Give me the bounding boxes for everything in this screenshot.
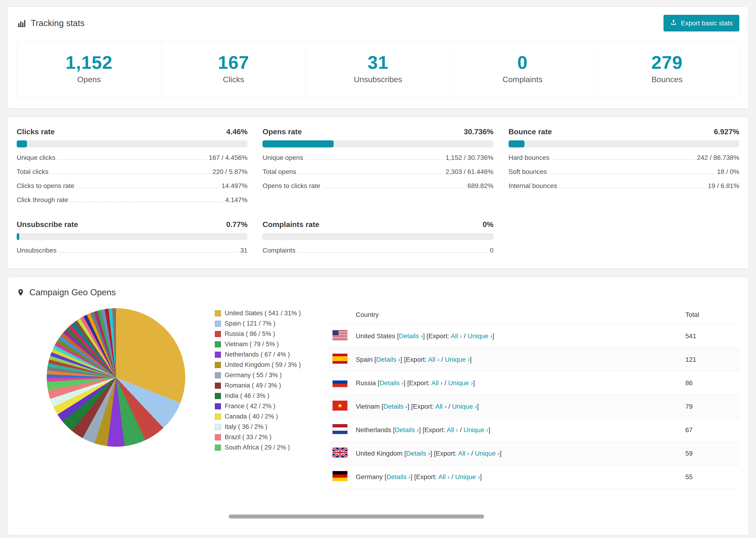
table-header-total: Total bbox=[685, 305, 739, 324]
details-link[interactable]: Details › bbox=[387, 473, 411, 480]
bracket: [ bbox=[382, 403, 383, 410]
detail-label: Hard bounces bbox=[509, 154, 549, 161]
country-name: United Kingdom bbox=[356, 450, 403, 457]
progress-track bbox=[262, 233, 493, 240]
country-total: 541 bbox=[685, 324, 739, 348]
country-name: Netherlands bbox=[356, 426, 391, 434]
details-link[interactable]: Details › bbox=[399, 332, 423, 340]
export-all-link[interactable]: All › bbox=[435, 403, 447, 410]
country-name: Germany bbox=[356, 473, 383, 480]
rate-block-opens: Opens rate 30.736% Unique opens1,152 / 3… bbox=[262, 128, 493, 204]
legend-swatch bbox=[215, 351, 221, 358]
legend-label: Russia ( 86 / 5% ) bbox=[225, 330, 275, 338]
export-all-link[interactable]: All › bbox=[451, 332, 462, 340]
stat-value: 0 bbox=[450, 53, 594, 72]
country-total: 67 bbox=[685, 418, 739, 442]
stat-label: Bounces bbox=[595, 75, 739, 84]
flag-united-kingdom-icon bbox=[332, 447, 348, 458]
legend-swatch bbox=[215, 434, 221, 440]
horizontal-scrollbar-thumb[interactable] bbox=[229, 514, 484, 518]
export-icon bbox=[670, 19, 677, 27]
detail-label: Soft bounces bbox=[509, 168, 547, 176]
rate-block-bounce: Bounce rate 6.927% Hard bounces242 / 86.… bbox=[509, 128, 739, 204]
export-all-link[interactable]: All › bbox=[431, 379, 443, 387]
slash: / bbox=[452, 473, 453, 480]
detail-row: Unique opens1,152 / 30.736% bbox=[262, 154, 493, 161]
country-total: 86 bbox=[685, 371, 739, 395]
legend-item: Romania ( 49 / 3% ) bbox=[215, 382, 301, 389]
bracket: ] bbox=[500, 450, 502, 457]
export-unique-link[interactable]: Unique › bbox=[445, 356, 470, 363]
dotted-leader bbox=[51, 174, 210, 174]
details-link[interactable]: Details › bbox=[376, 356, 400, 363]
rate-title: Unsubscribe rate bbox=[17, 220, 78, 229]
stat-label: Clicks bbox=[161, 75, 305, 84]
slash: / bbox=[464, 332, 466, 340]
bracket: ] bbox=[470, 356, 472, 363]
dotted-leader bbox=[59, 252, 238, 252]
export-all-link[interactable]: All › bbox=[438, 473, 450, 480]
bracket: [ bbox=[404, 450, 406, 457]
geo-pie-chart bbox=[47, 308, 185, 447]
detail-row: Total clicks220 / 5.87% bbox=[17, 168, 247, 176]
detail-row: Opens to clicks rate689.82% bbox=[262, 182, 493, 190]
legend-swatch bbox=[215, 372, 221, 378]
detail-value: 18 / 0% bbox=[717, 168, 739, 176]
legend-swatch bbox=[215, 413, 221, 420]
slash: / bbox=[449, 403, 450, 410]
stat-opens: 1,152 Opens bbox=[17, 41, 161, 98]
detail-label: Total clicks bbox=[17, 168, 48, 176]
legend-item: Canada ( 40 / 2% ) bbox=[215, 413, 301, 420]
progress-track bbox=[262, 140, 493, 147]
export-unique-link[interactable]: Unique › bbox=[463, 426, 488, 434]
legend-item: Italy ( 36 / 2% ) bbox=[215, 423, 301, 430]
flag-netherlands-icon bbox=[332, 424, 348, 434]
details-link[interactable]: Details › bbox=[383, 403, 407, 410]
bracket: ] bbox=[419, 426, 421, 434]
dotted-leader bbox=[298, 252, 487, 252]
export-label: [Export: bbox=[434, 450, 457, 457]
detail-row: Unsubscribes31 bbox=[17, 247, 247, 254]
rate-value: 4.46% bbox=[226, 128, 248, 136]
detail-value: 689.82% bbox=[467, 182, 494, 190]
export-unique-link[interactable]: Unique › bbox=[475, 450, 500, 457]
export-unique-link[interactable]: Unique › bbox=[455, 473, 480, 480]
export-all-link[interactable]: All › bbox=[428, 356, 439, 363]
slash: / bbox=[460, 426, 462, 434]
legend-swatch bbox=[215, 341, 221, 348]
legend-swatch bbox=[215, 383, 221, 389]
export-basic-stats-button[interactable]: Export basic stats bbox=[664, 15, 739, 31]
detail-label: Internal bounces bbox=[509, 182, 557, 190]
detail-value: 14.497% bbox=[222, 182, 248, 190]
export-label: [Export: bbox=[423, 426, 445, 434]
table-row-united-states: United States [Details ›] [Export: All ›… bbox=[328, 324, 739, 348]
campaign-geo-opens-card: Campaign Geo Opens United States ( 541 /… bbox=[8, 277, 748, 535]
details-link[interactable]: Details › bbox=[395, 426, 419, 434]
geo-pie-wrap bbox=[47, 308, 185, 447]
rates-card: Clicks rate 4.46% Unique clicks167 / 4.4… bbox=[8, 117, 748, 269]
detail-label: Unique opens bbox=[262, 154, 303, 161]
export-unique-link[interactable]: Unique › bbox=[448, 379, 473, 387]
table-row-spain: Spain [Details ›] [Export: All › / Uniqu… bbox=[328, 348, 739, 371]
legend-item: South Africa ( 29 / 2% ) bbox=[215, 444, 301, 451]
rate-value: 0% bbox=[482, 220, 493, 229]
detail-value: 4.147% bbox=[225, 196, 247, 204]
legend-swatch bbox=[215, 403, 221, 409]
details-link[interactable]: Details › bbox=[379, 379, 404, 387]
flag-united-states-icon bbox=[332, 330, 348, 340]
export-unique-link[interactable]: Unique › bbox=[467, 332, 492, 340]
export-unique-link[interactable]: Unique › bbox=[452, 403, 477, 410]
progress-track bbox=[17, 233, 247, 240]
detail-value: 220 / 5.87% bbox=[212, 168, 247, 176]
geo-legend: United States ( 541 / 31% ) Spain ( 121 … bbox=[215, 310, 301, 454]
export-label: [Export: bbox=[407, 379, 430, 387]
bracket: ] bbox=[407, 403, 409, 410]
table-row-vietnam: Vietnam [Details ›] [Export: All › / Uni… bbox=[328, 395, 739, 418]
export-all-link[interactable]: All › bbox=[458, 450, 469, 457]
export-all-link[interactable]: All › bbox=[447, 426, 458, 434]
detail-row: Click through rate4.147% bbox=[17, 196, 247, 204]
bracket: ] bbox=[430, 450, 432, 457]
bracket: [ bbox=[385, 473, 387, 480]
stats-row: 1,152 Opens 167 Clicks 31 Unsubscribes 0… bbox=[17, 41, 739, 98]
details-link[interactable]: Details › bbox=[406, 450, 430, 457]
